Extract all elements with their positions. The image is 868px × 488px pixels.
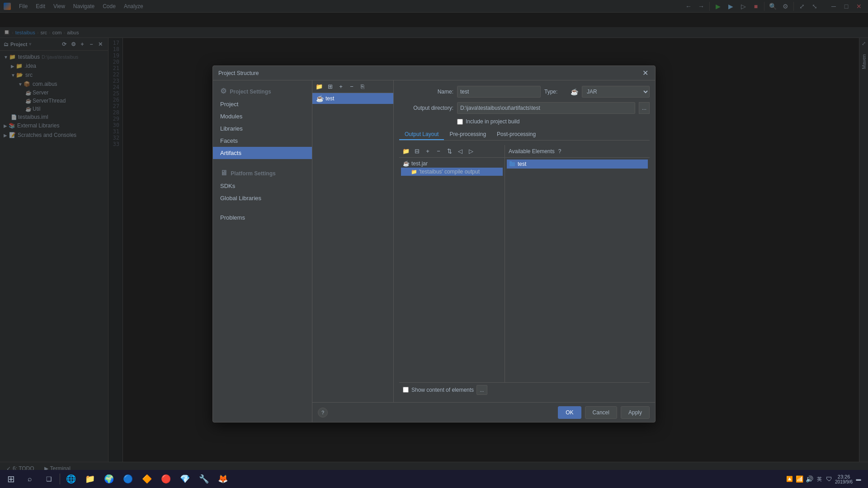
nav-project-text: Project — [220, 101, 238, 108]
output-left-btn[interactable]: ◁ — [455, 146, 465, 156]
tray-network-icon[interactable]: 📶 — [795, 475, 803, 483]
available-item-testaibus[interactable]: test — [507, 160, 648, 169]
output-left-panel: 📁 ⊟ + − ⇅ ◁ ▷ ☕ — [399, 145, 505, 382]
windows-taskbar: ⊞ ⌕ ❑ 🌐 📁 🌍 🔵 🔶 🔴 💎 🔧 🦊 🔼 📶 🔊 英 🛡 23:26 … — [0, 470, 868, 488]
taskview-btn[interactable]: ❑ — [40, 471, 58, 487]
dialog-title-text: Project Structure — [218, 70, 259, 76]
output-tree: ☕ test.jar 📁 'testaibus' compile output — [399, 158, 505, 382]
show-content-btn[interactable]: ... — [476, 385, 487, 395]
taskbar-time: 23:26 — [835, 474, 853, 479]
name-field-row: Name: Type: ☕ JAR — [399, 86, 650, 98]
jar-type-icon: ☕ — [571, 88, 578, 95]
type-select[interactable]: JAR — [582, 86, 650, 98]
nav-global-libs-text: Global Libraries — [220, 195, 261, 202]
available-elements-label: Available Elements — [509, 148, 555, 155]
browse-output-dir-btn[interactable]: ... — [639, 102, 650, 114]
tab-preprocessing[interactable]: Pre-processing — [444, 129, 491, 140]
svg-rect-0 — [509, 162, 515, 166]
output-remove-btn[interactable]: − — [434, 146, 443, 156]
output-right-panel: Available Elements ? — [505, 145, 650, 382]
artifact-add-btn[interactable]: + — [336, 82, 346, 92]
nav-item-problems[interactable]: Problems — [213, 211, 312, 224]
nav-item-facets[interactable]: Facets — [213, 135, 312, 147]
artifact-split-btn[interactable]: ⊞ — [325, 82, 335, 92]
svg-rect-1 — [509, 161, 512, 163]
taskbar-firefox-btn[interactable]: 🦊 — [214, 471, 232, 487]
name-label: Name: — [399, 89, 453, 95]
modal-overlay: Project Structure ✕ ⚙ Project Settings P… — [0, 0, 868, 488]
start-btn[interactable]: ⊞ — [2, 471, 20, 487]
tray-security-icon[interactable]: 🛡 — [825, 475, 833, 483]
tray-lang-icon[interactable]: 英 — [815, 475, 823, 483]
taskbar-vscode-btn[interactable]: 🔵 — [119, 471, 137, 487]
artifact-copy-btn[interactable]: ⎘ — [358, 82, 368, 92]
dialog-close-btn[interactable]: ✕ — [641, 69, 650, 78]
artifact-jar-icon: ☕ — [316, 95, 324, 102]
nav-item-modules[interactable]: Modules — [213, 110, 312, 122]
include-build-label[interactable]: Include in project build — [466, 118, 519, 125]
dialog-nav: ⚙ Project Settings Project Modules Libra… — [213, 80, 312, 422]
tray-show-desktop[interactable]: ▬ — [854, 475, 863, 483]
nav-platform-settings-label: 🖥 Platform Settings — [213, 166, 312, 180]
output-layout-content: 📁 ⊟ + − ⇅ ◁ ▷ ☕ — [399, 145, 650, 382]
show-content-checkbox[interactable] — [403, 387, 409, 393]
tray-volume-icon[interactable]: 🔊 — [805, 475, 813, 483]
output-dir-input[interactable] — [457, 102, 635, 114]
include-build-checkbox[interactable] — [457, 119, 463, 125]
taskbar-explorer-btn[interactable]: 📁 — [81, 471, 99, 487]
detail-tabs: Output Layout Pre-processing Post-proces… — [399, 129, 650, 141]
tab-output-layout[interactable]: Output Layout — [399, 129, 444, 140]
artifact-remove-btn[interactable]: − — [347, 82, 357, 92]
tab-postprocessing[interactable]: Post-processing — [491, 129, 541, 140]
nav-problems-text: Problems — [220, 214, 245, 221]
tray-icon-1[interactable]: 🔼 — [785, 475, 793, 483]
nav-item-libraries[interactable]: Libraries — [213, 122, 312, 135]
available-help-icon[interactable]: ? — [558, 148, 561, 155]
search-taskbar-btn[interactable]: ⌕ — [21, 471, 39, 487]
output-folder-btn[interactable]: 📁 — [401, 146, 411, 156]
artifact-detail-panel: Name: Type: ☕ JAR O — [394, 80, 655, 402]
show-content-label[interactable]: Show content of elements — [411, 387, 474, 393]
artifact-folder-btn[interactable]: 📁 — [314, 82, 324, 92]
output-tree-compile-output[interactable]: 📁 'testaibus' compile output — [401, 168, 503, 176]
nav-artifacts-text: Artifacts — [220, 150, 241, 156]
nav-item-global-libs[interactable]: Global Libraries — [213, 192, 312, 204]
nav-item-project[interactable]: Project — [213, 98, 312, 110]
nav-other-section: Problems — [213, 208, 312, 227]
output-tree-testjar[interactable]: ☕ test.jar — [401, 160, 503, 168]
available-list: test — [505, 158, 650, 382]
taskbar-ie-btn[interactable]: 🌍 — [100, 471, 118, 487]
type-label: Type: — [544, 89, 567, 95]
output-right-btn[interactable]: ▷ — [466, 146, 476, 156]
compile-output-label: 'testaibus' compile output — [419, 169, 480, 175]
taskbar-sep-1 — [60, 474, 60, 484]
dialog-right-panel: 📁 ⊞ + − ⎘ ☕ test — [312, 80, 655, 422]
taskbar-edge-btn[interactable]: 🌐 — [62, 471, 80, 487]
nav-item-sdks[interactable]: SDKs — [213, 180, 312, 192]
dialog-body: ⚙ Project Settings Project Modules Libra… — [213, 80, 655, 422]
artifact-name-test: test — [326, 95, 334, 102]
nav-platform-settings-section: 🖥 Platform Settings SDKs Global Librarie… — [213, 163, 312, 208]
output-add-btn[interactable]: + — [423, 146, 433, 156]
taskbar-java-btn[interactable]: 💎 — [176, 471, 194, 487]
nav-ps-text: Project Settings — [230, 89, 271, 95]
available-testaibus-label: test — [518, 161, 526, 167]
taskbar-date: 2019/9/6 — [835, 479, 853, 484]
output-sort-btn[interactable]: ⇅ — [444, 146, 454, 156]
taskbar-clock[interactable]: 23:26 2019/9/6 — [835, 474, 853, 484]
name-input[interactable] — [457, 86, 541, 98]
nav-item-artifacts[interactable]: Artifacts — [213, 147, 312, 159]
output-split-btn[interactable]: ⊟ — [412, 146, 422, 156]
dialog-apply-btn[interactable]: Apply — [621, 406, 650, 419]
taskbar-sys-tray: 🔼 📶 🔊 英 🛡 23:26 2019/9/6 ▬ — [785, 474, 866, 484]
type-row: ☕ JAR — [571, 86, 650, 98]
taskbar-tomcat-btn[interactable]: 🔴 — [157, 471, 175, 487]
dialog-ok-btn[interactable]: OK — [558, 406, 581, 419]
nav-modules-text: Modules — [220, 113, 242, 120]
testjar-jar-icon: ☕ — [403, 160, 410, 167]
taskbar-git-btn[interactable]: 🔶 — [138, 471, 156, 487]
artifact-item-test[interactable]: ☕ test — [312, 93, 393, 104]
taskbar-intellij-btn[interactable]: 🔧 — [195, 471, 213, 487]
dialog-cancel-btn[interactable]: Cancel — [585, 406, 617, 419]
dialog-help-btn[interactable]: ? — [318, 408, 328, 418]
